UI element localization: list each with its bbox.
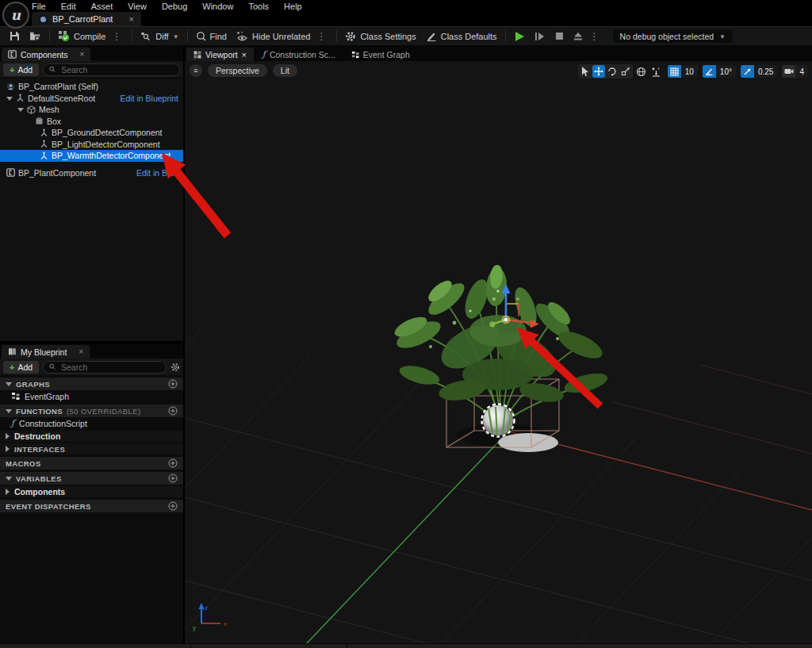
find-icon bbox=[196, 31, 206, 41]
hide-unrelated-options-icon[interactable]: ⋮ bbox=[314, 31, 328, 42]
expander-icon[interactable] bbox=[4, 446, 10, 452]
tree-row-warmthdetector-selected[interactable]: BP_WarmthDetectorComponent bbox=[0, 150, 183, 162]
menu-edit[interactable]: Edit bbox=[61, 2, 76, 11]
expander-icon[interactable] bbox=[17, 106, 24, 113]
panel-close-icon[interactable]: × bbox=[79, 347, 83, 356]
scale-snap-control[interactable]: 0.25 bbox=[741, 65, 777, 78]
scale-tool-icon[interactable] bbox=[619, 65, 632, 78]
menu-asset[interactable]: Asset bbox=[91, 2, 113, 11]
event-dispatchers-section-header[interactable]: EVENT DISPATCHERS bbox=[0, 500, 183, 512]
add-macro-icon[interactable] bbox=[168, 458, 178, 468]
class-settings-button[interactable]: Class Settings bbox=[340, 26, 420, 46]
expander-icon[interactable] bbox=[4, 433, 10, 439]
tree-row-label: BP_PlantComponent bbox=[18, 168, 96, 178]
my-blueprint-search-input[interactable] bbox=[59, 362, 160, 373]
interfaces-section-header[interactable]: INTERFACES bbox=[0, 443, 183, 454]
browse-asset-button[interactable] bbox=[25, 26, 46, 46]
tab-viewport[interactable]: Viewport × bbox=[186, 48, 254, 61]
graphs-section-header[interactable]: GRAPHS bbox=[0, 378, 183, 390]
viewport-3d-scene[interactable]: x y z ≡ Perspective Lit bbox=[185, 61, 812, 644]
surface-snapping-icon[interactable] bbox=[650, 65, 663, 78]
add-component-button[interactable]: + Add bbox=[3, 63, 39, 76]
debug-object-dropdown[interactable]: No debug object selected ▼ bbox=[613, 29, 733, 43]
rotation-snap-control[interactable]: 10° bbox=[703, 65, 736, 78]
viewport-options-icon[interactable]: ≡ bbox=[190, 64, 202, 77]
menu-tools[interactable]: Tools bbox=[248, 2, 269, 11]
add-variable-icon[interactable] bbox=[168, 474, 178, 483]
add-graph-icon[interactable] bbox=[168, 379, 178, 389]
camera-speed-control[interactable]: 4 bbox=[782, 65, 808, 78]
components-panel: Components × + Add BP_CarrotPlant (Self) bbox=[0, 46, 183, 341]
grid-snap-control[interactable]: 10 bbox=[668, 65, 698, 78]
components-tab[interactable]: Components × bbox=[2, 48, 90, 61]
components-search-input[interactable] bbox=[59, 64, 174, 75]
menu-help[interactable]: Help bbox=[284, 2, 302, 11]
select-tool-icon[interactable] bbox=[579, 65, 592, 78]
tab-event-graph[interactable]: Event Graph bbox=[344, 48, 417, 61]
move-tool-icon[interactable] bbox=[592, 65, 605, 78]
compile-button[interactable]: Compile ⋮ bbox=[53, 26, 128, 46]
hide-unrelated-button[interactable]: Hide Unrelated ⋮ bbox=[232, 26, 333, 46]
construction-script-item[interactable]: ƒ ConstructionScript bbox=[0, 417, 183, 429]
tab-bp-carrotplant[interactable]: BP_CarrotPlant × bbox=[32, 12, 141, 26]
tree-row-plantcomponent[interactable]: BP_PlantComponent Edit in Blue bbox=[0, 167, 183, 179]
edit-in-blueprint-link[interactable]: Edit in Blueprint bbox=[120, 94, 178, 103]
destruction-label: Destruction bbox=[14, 431, 60, 441]
stop-button[interactable] bbox=[550, 26, 569, 46]
play-button[interactable] bbox=[509, 26, 530, 46]
macros-section-header[interactable]: MACROS bbox=[0, 457, 183, 470]
add-new-button[interactable]: + Add bbox=[3, 361, 39, 374]
tab-close-icon[interactable]: × bbox=[128, 14, 133, 24]
expander-icon[interactable] bbox=[6, 381, 12, 387]
tree-row-grounddetect[interactable]: BP_GroundDetectComponent bbox=[0, 127, 183, 139]
tab-close-icon[interactable]: × bbox=[242, 50, 247, 59]
save-button[interactable] bbox=[5, 26, 25, 46]
tab-construction-script[interactable]: ƒ Construction Sc... bbox=[255, 48, 343, 61]
expander-icon[interactable] bbox=[6, 475, 12, 481]
menu-file[interactable]: File bbox=[32, 2, 46, 11]
tree-row-self[interactable]: BP_CarrotPlant (Self) bbox=[0, 81, 183, 93]
world-coordinate-icon[interactable] bbox=[635, 65, 648, 78]
rotate-tool-icon[interactable] bbox=[606, 65, 619, 78]
perspective-button[interactable]: Perspective bbox=[208, 64, 267, 77]
menu-view[interactable]: View bbox=[128, 2, 147, 11]
unreal-logo-icon[interactable]: u bbox=[2, 2, 29, 29]
event-graph-item[interactable]: EventGraph bbox=[0, 390, 183, 402]
expander-icon[interactable] bbox=[6, 408, 12, 414]
class-defaults-button[interactable]: Class Defaults bbox=[421, 26, 502, 46]
play-options-icon[interactable]: ⋮ bbox=[588, 31, 602, 42]
eject-button[interactable] bbox=[569, 26, 588, 46]
edit-in-blueprint-link[interactable]: Edit in Blue bbox=[136, 168, 178, 178]
asset-tab-bar: BP_CarrotPlant × bbox=[32, 12, 141, 26]
svg-text:x: x bbox=[224, 620, 227, 627]
add-event-dispatcher-icon[interactable] bbox=[168, 501, 178, 511]
hide-unrelated-label: Hide Unrelated bbox=[252, 32, 310, 41]
tree-row-label: Mesh bbox=[39, 105, 59, 114]
rotation-snap-value: 10° bbox=[716, 67, 736, 76]
compile-options-icon[interactable]: ⋮ bbox=[109, 31, 124, 42]
my-blueprint-tab[interactable]: My Blueprint × bbox=[2, 345, 90, 359]
find-button[interactable]: Find bbox=[191, 26, 232, 46]
tree-row-mesh[interactable]: Mesh bbox=[0, 104, 183, 116]
panel-close-icon[interactable]: × bbox=[80, 50, 85, 59]
frame-skip-button[interactable] bbox=[530, 26, 550, 46]
lit-mode-button[interactable]: Lit bbox=[273, 64, 297, 77]
menu-window[interactable]: Window bbox=[202, 2, 233, 11]
variables-section-header[interactable]: VARIABLES bbox=[0, 472, 183, 485]
my-blueprint-search[interactable] bbox=[43, 361, 167, 374]
settings-gear-icon[interactable] bbox=[170, 362, 180, 372]
components-category[interactable]: Components bbox=[0, 486, 183, 497]
diff-button[interactable]: Diff ▼ bbox=[136, 26, 183, 46]
functions-section-header[interactable]: FUNCTIONS (50 OVERRIDABLE) bbox=[0, 405, 183, 417]
expander-icon[interactable] bbox=[4, 489, 10, 495]
tree-row-lightdetector[interactable]: BP_LightDetectorComponent bbox=[0, 139, 183, 151]
destruction-category[interactable]: Destruction bbox=[0, 431, 183, 442]
blueprint-asset-icon bbox=[39, 15, 48, 24]
add-function-icon[interactable] bbox=[168, 406, 178, 416]
frame-skip-icon bbox=[534, 32, 546, 41]
components-search[interactable] bbox=[43, 63, 180, 76]
expander-icon[interactable] bbox=[6, 95, 13, 102]
menu-debug[interactable]: Debug bbox=[162, 2, 187, 11]
tree-row-defaultsceneroot[interactable]: DefaultSceneRoot Edit in Blueprint bbox=[0, 93, 183, 105]
tree-row-box[interactable]: Box bbox=[0, 116, 183, 128]
